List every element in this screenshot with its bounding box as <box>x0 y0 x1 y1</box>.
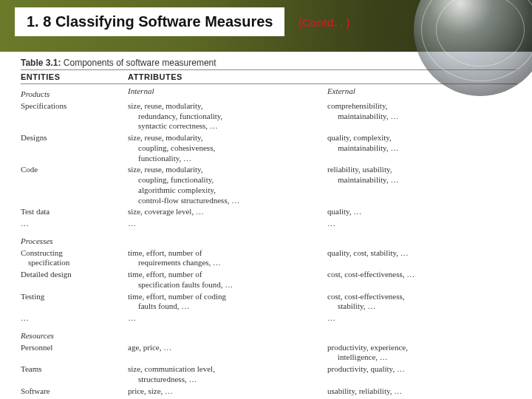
table-row: Specifications size, reuse, modularity,r… <box>21 100 517 132</box>
external-cell: quality, cost, stability, … <box>327 248 517 269</box>
entity-cell: … <box>21 313 128 324</box>
header-attributes: ATTRIBUTES <box>128 72 327 81</box>
internal-cell: size, reuse, modularity,coupling, cohesi… <box>128 133 327 163</box>
external-cell: cost, cost-effectiveness, … <box>327 270 517 290</box>
external-cell: quality, complexity,maintainability, … <box>327 133 517 163</box>
table-row: Code size, reuse, modularity,coupling, f… <box>21 164 517 206</box>
external-cell: … <box>327 313 517 324</box>
internal-cell: size, coverage level, … <box>128 207 327 217</box>
section-name: Resources <box>21 331 128 341</box>
entity-cell: Specifications <box>21 101 128 132</box>
slide-contd-label: (Contd. . ) <box>298 16 349 29</box>
internal-cell: size, reuse, modularity,coupling, functi… <box>128 165 327 205</box>
entity-cell: Designs <box>21 133 128 163</box>
entity-cell: Software <box>21 386 128 397</box>
external-cell: productivity, quality, … <box>327 364 517 385</box>
table-container: Table 3.1: Components of software measur… <box>0 52 532 399</box>
entity-cell: Test data <box>21 207 128 217</box>
entity-cell: Testing <box>21 292 128 313</box>
internal-cell: size, communication level,structuredness… <box>128 364 327 385</box>
internal-cell: price, size, … <box>128 386 327 397</box>
external-cell: cost, cost-effectiveness,stability, … <box>327 292 517 313</box>
table-row: … … … <box>21 218 517 230</box>
header-entities: ENTITIES <box>21 72 128 81</box>
entity-cell: Detailed design <box>21 270 128 290</box>
entity-cell: Personnel <box>21 343 128 364</box>
internal-cell: … <box>128 313 327 324</box>
internal-cell: time, effort, number ofrequirements chan… <box>128 248 327 269</box>
table-row: Constructingspecification time, effort, … <box>21 248 517 270</box>
table-row: Software price, size, … usability, relia… <box>21 386 517 398</box>
internal-cell: size, reuse, modularity,redundancy, func… <box>128 101 327 132</box>
caption-label: Table 3.1: <box>21 58 61 68</box>
table-row: Teams size, communication level,structur… <box>21 364 517 386</box>
table-row: Testing time, effort, number of codingfa… <box>21 291 517 313</box>
entity-cell: Constructingspecification <box>21 248 128 269</box>
entity-cell: … <box>21 219 128 229</box>
table-row: … … … <box>21 313 517 324</box>
external-cell: usability, reliability, … <box>327 386 517 397</box>
section-name: Processes <box>21 236 128 247</box>
caption-text: Components of software measurement <box>64 58 216 68</box>
table-row: Test data size, coverage level, … qualit… <box>21 206 517 218</box>
section-row: Processes <box>21 233 517 248</box>
slide-header: 1. 8 Classifying Software Measures (Cont… <box>0 0 532 52</box>
table-row: Detailed design time, effort, number ofs… <box>21 269 517 291</box>
internal-cell: … <box>128 219 327 229</box>
table-body: Products Internal External Specification… <box>21 86 517 399</box>
table-row: Personnel age, price, … productivity, ex… <box>21 342 517 364</box>
table-row: Designs size, reuse, modularity,coupling… <box>21 132 517 164</box>
entity-cell: Teams <box>21 364 128 385</box>
external-cell: reliability, usability,maintainability, … <box>327 165 517 205</box>
col-internal-label: Internal <box>128 86 327 100</box>
external-cell: comprehensibility,maintainability, … <box>327 101 517 132</box>
external-cell: … <box>327 219 517 229</box>
internal-cell: age, price, … <box>128 343 327 364</box>
external-cell: productivity, experience,intelligence, … <box>327 343 517 364</box>
internal-cell: time, effort, number of codingfaults fou… <box>128 292 327 313</box>
slide-title: 1. 8 Classifying Software Measures <box>15 7 284 36</box>
section-name: Products <box>21 89 128 100</box>
external-cell: quality, … <box>327 207 517 217</box>
section-row: Products Internal External <box>21 86 517 100</box>
section-row: Resources <box>21 327 517 342</box>
entity-cell: Code <box>21 165 128 205</box>
internal-cell: time, effort, number ofspecification fau… <box>128 270 327 290</box>
